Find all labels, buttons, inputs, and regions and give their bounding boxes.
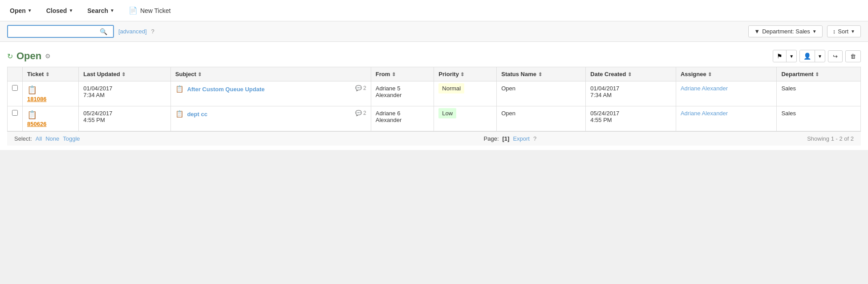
date-created-time: 7:34 AM [590,92,612,98]
assignee-cell: Adriane Alexander [676,81,777,106]
subject-cell: 📋 After Custom Queue Update 💬 2 [170,81,371,106]
checkbox-header [8,67,23,81]
priority-cell: Low [434,106,497,131]
new-ticket-label: New Ticket [140,7,170,14]
search-input[interactable] [11,27,100,36]
closed-label: Closed [46,7,67,14]
select-toggle-link[interactable]: Toggle [63,135,80,142]
ticket-number-link[interactable]: 850626 [27,121,74,127]
assign-dropdown-btn[interactable]: ▼ [815,52,825,61]
assign-main-btn[interactable]: 👤 [800,50,815,62]
subject-link[interactable]: dept cc [187,111,207,118]
search-submit-btn[interactable]: 🔍 [100,28,107,35]
filter-icon: ▼ [754,28,760,35]
ticket-icon: 📋 [27,85,74,95]
flag-dropdown-btn[interactable]: ▼ [787,52,796,61]
export-link[interactable]: Export [513,135,530,142]
ticket-cell: 📋 181086 [23,81,79,106]
new-ticket-btn[interactable]: 📄 New Ticket [126,4,173,16]
assignee-link[interactable]: Adriane Alexander [681,85,728,92]
status-cell: Open [497,81,586,106]
advanced-help-icon[interactable]: ? [151,28,154,35]
col-from[interactable]: From ⇕ [371,67,434,81]
assign-btn-wrap: 👤 ▼ [799,50,825,62]
search-input-wrap: 🔍 [7,25,114,38]
page-num: [1] [503,135,510,142]
col-status-name[interactable]: Status Name ⇕ [497,67,586,81]
table-row: 📋 850626 05/24/2017 4:55 PM 📋 dept cc 💬 … [8,106,861,131]
last-updated-time: 4:55 PM [83,117,105,123]
ticket-number-link[interactable]: 181086 [27,96,74,102]
from-name: Adriane 5 [376,85,401,92]
subject-link[interactable]: After Custom Queue Update [187,86,264,93]
from-name: Adriane 6 [376,110,401,117]
open-dropdown-arrow: ▼ [28,8,32,13]
status-name: Open [501,85,515,92]
table-header-row: Ticket ⇕ Last Updated ⇕ Subject ⇕ From ⇕… [8,67,861,81]
filter-dropdown-icon: ▼ [812,29,817,34]
ticket-cell: 📋 850626 [23,106,79,131]
open-dropdown-btn[interactable]: Open ▼ [7,5,35,16]
search-bar: 🔍 [advanced] ? ▼ Department: Sales ▼ ↕ S… [0,21,868,42]
new-ticket-icon: 📄 [129,6,138,15]
row-checkbox-cell [8,106,23,131]
page-label: Page: [484,135,499,142]
ticket-icon: 📋 [27,110,74,120]
from-last: Alexander [376,117,402,123]
date-created-date: 01/04/2017 [590,85,619,92]
refresh-icon[interactable]: ↻ [7,52,13,61]
col-assignee[interactable]: Assignee ⇕ [676,67,777,81]
section-header: ↻ Open ⚙ ⚑ ▼ 👤 ▼ ↪ 🗑 [7,46,861,67]
col-date-created[interactable]: Date Created ⇕ [586,67,676,81]
action-buttons: ⚑ ▼ 👤 ▼ ↪ 🗑 [773,50,861,62]
sort-dropdown-arrow: ▼ [851,29,855,34]
col-ticket[interactable]: Ticket ⇕ [23,67,79,81]
select-all-link[interactable]: All [36,135,42,142]
col-department[interactable]: Department ⇕ [777,67,861,81]
col-last-updated[interactable]: Last Updated ⇕ [79,67,170,81]
department-filter-btn[interactable]: ▼ Department: Sales ▼ [748,25,822,37]
main-content: ↻ Open ⚙ ⚑ ▼ 👤 ▼ ↪ 🗑 Ticket ⇕ Last Updat… [0,42,868,150]
subject-icon: 📋 [175,85,184,93]
status-name: Open [501,110,515,117]
date-created-cell: 05/24/2017 4:55 PM [586,106,676,131]
priority-badge: Normal [438,83,464,93]
sort-btn[interactable]: ↕ Sort ▼ [827,25,861,37]
col-priority[interactable]: Priority ⇕ [434,67,497,81]
closed-dropdown-arrow: ▼ [69,8,73,13]
search-dropdown-btn[interactable]: Search ▼ [85,5,117,16]
last-updated-date: 05/24/2017 [83,110,112,117]
priority-badge: Low [438,108,456,118]
page-title: Open [16,50,41,62]
department-name: Sales [781,110,796,117]
department-name: Sales [781,85,796,92]
assignee-cell: Adriane Alexander [676,106,777,131]
last-updated-cell: 05/24/2017 4:55 PM [79,106,170,131]
share-btn[interactable]: ↪ [828,50,843,62]
table-row: 📋 181086 01/04/2017 7:34 AM 📋 After Cust… [8,81,861,106]
advanced-link[interactable]: [advanced] [118,28,147,35]
open-label: Open [10,7,26,14]
last-updated-date: 01/04/2017 [83,85,112,92]
department-cell: Sales [777,81,861,106]
col-subject[interactable]: Subject ⇕ [170,67,371,81]
assignee-link[interactable]: Adriane Alexander [681,110,728,117]
footer-help-icon[interactable]: ? [533,135,536,142]
department-cell: Sales [777,106,861,131]
page-info: Page: [1] Export ? Showing 1 - 2 of 2 [484,135,854,142]
date-created-cell: 01/04/2017 7:34 AM [586,81,676,106]
filter-label: Department: Sales [762,28,810,35]
row-checkbox[interactable] [12,110,18,116]
toolbar: Open ▼ Closed ▼ Search ▼ 📄 New Ticket [0,0,868,21]
select-none-link[interactable]: None [45,135,59,142]
row-checkbox[interactable] [12,85,18,91]
from-cell: Adriane 6 Alexander [371,106,434,131]
date-created-time: 4:55 PM [590,117,612,123]
settings-icon[interactable]: ⚙ [45,53,51,60]
last-updated-cell: 01/04/2017 7:34 AM [79,81,170,106]
delete-btn[interactable]: 🗑 [845,50,861,62]
search-dropdown-arrow: ▼ [110,8,114,13]
flag-main-btn[interactable]: ⚑ [773,50,787,62]
from-cell: Adriane 5 Alexander [371,81,434,106]
closed-dropdown-btn[interactable]: Closed ▼ [44,5,76,16]
